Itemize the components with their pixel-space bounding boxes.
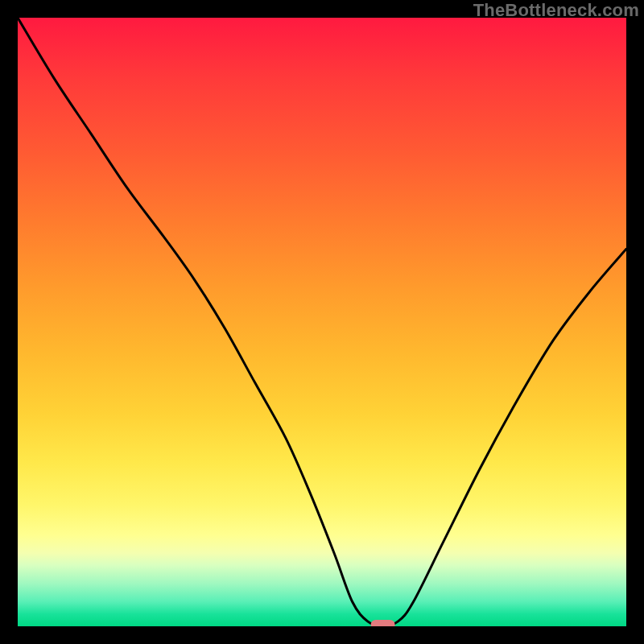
- bottleneck-curve: [18, 18, 626, 626]
- plot-area: [18, 18, 626, 626]
- curve-svg: [18, 18, 626, 626]
- chart-container: TheBottleneck.com: [0, 0, 644, 644]
- min-marker: [371, 620, 395, 626]
